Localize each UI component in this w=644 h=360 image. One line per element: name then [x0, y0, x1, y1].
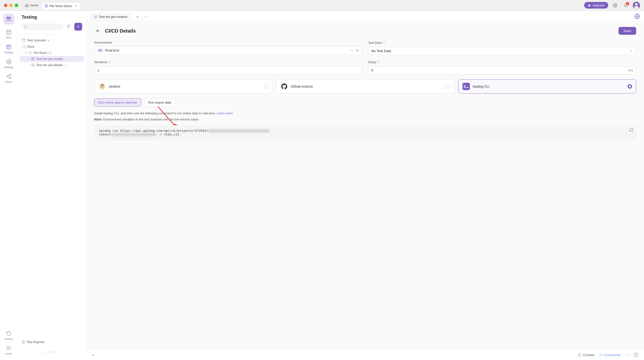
svg-point-11	[6, 76, 8, 77]
learn-more-link[interactable]: Learn more	[216, 111, 233, 115]
sidebar-item-share[interactable]: Share	[2, 71, 16, 85]
apidog-cli-tool[interactable]: Apidog CLI	[458, 79, 636, 94]
pet-store-tab[interactable]: Pet Store Demo ✕	[42, 2, 81, 9]
test-data-select[interactable]: No Test Data	[368, 47, 636, 55]
invite-icon	[6, 345, 12, 351]
back-button[interactable]	[94, 27, 102, 35]
ci-tools-row: J Jenkins	[94, 79, 636, 94]
filter-button[interactable]	[64, 23, 72, 31]
svg-rect-20	[22, 39, 25, 42]
iterations-label: Iterations ⓘ	[94, 60, 362, 64]
info-text: Install Apidog CLI, and then use the fol…	[94, 111, 636, 115]
refresh-code-button[interactable]	[629, 128, 633, 133]
github-actions-tool[interactable]: Github Actions	[276, 79, 454, 94]
community-link[interactable]: Community	[599, 353, 620, 357]
test-reports-item[interactable]: Test Reports	[20, 339, 84, 345]
radio-inner	[629, 85, 631, 87]
more-tab-button[interactable]: ···	[143, 13, 150, 20]
svg-point-5	[4, 15, 13, 23]
test-pet-creation-item[interactable]: › Test the pet creatio...	[20, 56, 84, 62]
apidog-watermark: ⊞ APIDOG	[20, 345, 84, 358]
search-input[interactable]	[28, 25, 60, 29]
sidebar-item-settings[interactable]: Settings	[2, 57, 16, 71]
environment-select[interactable]: Pr Prod Env	[94, 46, 362, 55]
collapse-button[interactable]: «	[92, 353, 94, 357]
svg-point-12	[9, 77, 11, 79]
jenkins-radio[interactable]	[264, 84, 268, 89]
chevron-down-icon: ▾	[48, 39, 49, 42]
command-code-block: apidog run https://api.apidog.com/api/v1…	[94, 125, 636, 140]
github-actions-icon	[280, 83, 288, 90]
delay-input-group: ms	[368, 66, 636, 74]
maximize-traffic-light[interactable]	[15, 4, 18, 7]
delay-input[interactable]	[368, 66, 625, 74]
sidebar-item-invite[interactable]: Invite	[2, 343, 16, 357]
minimize-traffic-light[interactable]	[9, 4, 13, 7]
sidebar-item-history[interactable]: History	[2, 329, 16, 342]
save-button[interactable]: Save	[618, 27, 636, 35]
sidebar-item-testing[interactable]: Testing	[2, 42, 16, 56]
footer-right: Cookies Community ?	[578, 353, 638, 357]
chevron-down-icon	[350, 49, 354, 52]
svg-rect-22	[32, 64, 34, 66]
tab-icon	[94, 15, 97, 19]
delay-label: Delay ⓘ	[368, 60, 636, 64]
svg-rect-26	[94, 15, 97, 18]
home-tab[interactable]: Home	[22, 2, 42, 8]
tree-section: Test Scenario ▾ Root ▾ Pet Store (2)	[20, 37, 84, 68]
test-scenario-header[interactable]: Test Scenario ▾	[20, 37, 84, 44]
cookies-link[interactable]: Cookies	[578, 353, 594, 357]
svg-point-18	[24, 25, 26, 27]
chevron-right-icon: ›	[28, 64, 29, 66]
svg-point-3	[635, 3, 638, 6]
folder-icon	[22, 45, 26, 48]
pet-creation-tab[interactable]: Test the pet creation	[90, 13, 131, 21]
delay-group: Delay ⓘ ms	[368, 60, 636, 74]
iterations-input[interactable]	[94, 66, 362, 74]
svg-text:⊞ APIDOG: ⊞ APIDOG	[45, 351, 57, 354]
github-actions-label: Github Actions	[290, 84, 443, 88]
upgrade-button[interactable]: Upgrade	[584, 2, 608, 8]
add-button[interactable]: +	[74, 23, 82, 31]
run-online-button[interactable]: Run online data in real time	[94, 98, 141, 107]
test-data-info-icon: ⓘ	[382, 41, 386, 45]
svg-line-13	[8, 77, 9, 78]
left-panel-content: Test Scenario ▾ Root ▾ Pet Store (2)	[18, 35, 86, 337]
search-box[interactable]	[22, 23, 62, 30]
titlebar: Home Pet Store Demo ✕ Upgrade 3	[0, 0, 644, 11]
code-line-2: token=xxxxxxxxxxxxxxxxxxxxxxxx -r html,c…	[99, 133, 631, 136]
tab-label: Test the pet creation	[99, 15, 128, 19]
pet-store-folder[interactable]: ▾ Pet Store (2)	[20, 50, 84, 56]
help-icon: ?	[634, 353, 638, 357]
apidog-cli-radio[interactable]	[628, 84, 632, 89]
plus-icon	[136, 15, 140, 19]
code-line-1: apidog run https://api.apidog.com/api/v1…	[99, 129, 631, 133]
user-avatar[interactable]	[633, 2, 640, 9]
pet-store-label: Pet Store (2)	[34, 51, 52, 55]
left-panel-header: Testing +	[18, 11, 86, 35]
github-actions-radio[interactable]	[446, 84, 450, 89]
jenkins-tool[interactable]: J Jenkins	[94, 79, 272, 94]
run-options: Run online data in real time Run export …	[94, 98, 636, 107]
settings-icon-button[interactable]	[611, 1, 619, 9]
customize-link[interactable]	[625, 353, 629, 357]
menu-icon	[356, 49, 359, 52]
tab-close-button[interactable]: ✕	[75, 4, 78, 7]
sidebar-item-apis[interactable]: APIs	[2, 27, 16, 41]
test-pet-details-item[interactable]: › Test the pet details ...	[20, 62, 84, 68]
add-tab-button[interactable]	[134, 13, 141, 20]
chevron-down-icon: ▾	[26, 51, 27, 54]
close-traffic-light[interactable]	[4, 4, 7, 7]
test-data-label: Test Data ⓘ	[368, 41, 636, 45]
left-panel: Testing +	[18, 11, 86, 360]
help-link[interactable]: ?	[634, 353, 638, 357]
root-folder[interactable]: Root	[20, 44, 84, 50]
notification-badge: 3	[626, 2, 629, 5]
environment-label: Environment	[94, 41, 362, 44]
more-icon: ···	[144, 14, 148, 19]
tab-actions: ···	[134, 13, 150, 20]
notification-icon-button[interactable]: 3	[622, 1, 630, 9]
run-export-button[interactable]: Run export data	[144, 98, 175, 107]
env-select-icons	[350, 49, 359, 52]
globe-button[interactable]	[634, 13, 640, 20]
